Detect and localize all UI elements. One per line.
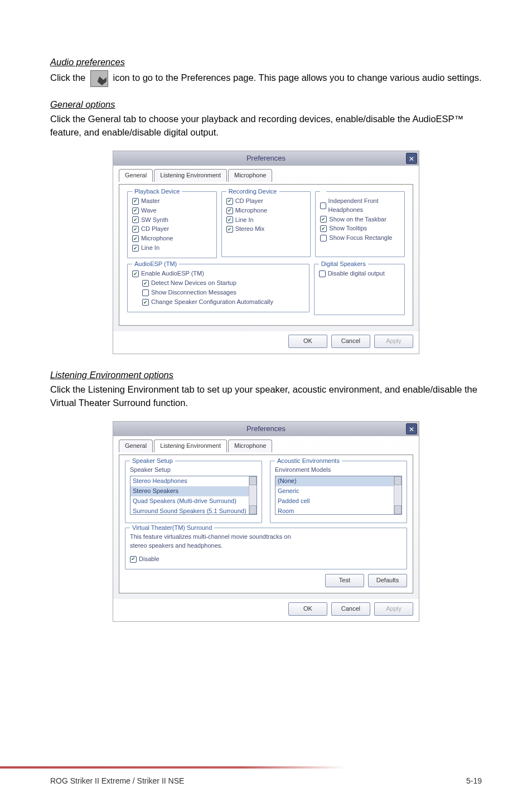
list-item[interactable]: Stereo Headphones bbox=[130, 476, 257, 486]
scrollbar[interactable] bbox=[249, 476, 257, 514]
list-item[interactable]: Stereo Speakers bbox=[130, 486, 257, 496]
list-item[interactable]: Room bbox=[275, 506, 402, 515]
footer-product-name: ROG Striker II Extreme / Striker II NSE bbox=[50, 775, 184, 786]
chk-linein[interactable] bbox=[132, 245, 139, 252]
tab-general[interactable]: General bbox=[119, 439, 153, 452]
list-item[interactable]: Padded cell bbox=[275, 496, 402, 506]
group-playback-device: Playback Device bbox=[132, 187, 182, 196]
apply-button[interactable]: Apply bbox=[374, 335, 413, 348]
cancel-button[interactable]: Cancel bbox=[331, 602, 370, 616]
text-virtual-theater-desc: This feature virtualizes multi-channel m… bbox=[130, 533, 297, 550]
chk-taskbar[interactable] bbox=[320, 216, 327, 223]
group-options-blank bbox=[320, 187, 326, 196]
group-virtual-theater: Virtual Theater(TM) Surround bbox=[130, 524, 214, 533]
list-item[interactable]: Quad Speakers (Multi-drive Surround) bbox=[130, 496, 257, 506]
label-env-models: Environment Models bbox=[275, 466, 402, 475]
scrollbar[interactable] bbox=[394, 476, 402, 514]
list-item[interactable]: Generic bbox=[275, 486, 402, 496]
paragraph-audio-prefs: Click the icon to go to the Preferences … bbox=[50, 70, 482, 87]
footer-page-number: 5-19 bbox=[466, 775, 482, 786]
chk-mic[interactable] bbox=[132, 235, 139, 242]
screenshot-preferences-listening: Preferences ✕ General Listening Environm… bbox=[113, 421, 419, 622]
label-linein: Line In bbox=[141, 244, 159, 253]
label-wave: Wave bbox=[141, 206, 157, 215]
tab-microphone[interactable]: Microphone bbox=[228, 439, 272, 452]
label-mic: Microphone bbox=[141, 234, 173, 243]
label-taskbar: Show on the Taskbar bbox=[329, 215, 386, 224]
chk-discon-messages[interactable] bbox=[142, 289, 149, 296]
chk-detect-startup[interactable] bbox=[142, 280, 149, 287]
chk-rec-stereomix[interactable] bbox=[226, 226, 233, 233]
chk-cdplayer[interactable] bbox=[132, 226, 139, 233]
screenshot-preferences-general: Preferences ✕ General Listening Environm… bbox=[113, 151, 419, 355]
list-item[interactable]: Surround Sound Speakers (5.1 Surround) bbox=[130, 506, 257, 515]
label-speaker-setup: Speaker Setup bbox=[130, 466, 257, 475]
dialog-titlebar: Preferences ✕ bbox=[113, 422, 419, 436]
ok-button[interactable]: OK bbox=[288, 602, 327, 616]
chk-rec-mic[interactable] bbox=[226, 207, 233, 214]
chk-wave[interactable] bbox=[132, 207, 139, 214]
paragraph-listening-env: Click the Listening Environment tab to s… bbox=[50, 383, 482, 410]
cancel-button[interactable]: Cancel bbox=[331, 335, 370, 348]
close-button[interactable]: ✕ bbox=[406, 153, 417, 164]
tab-microphone[interactable]: Microphone bbox=[228, 169, 272, 182]
group-digital-speakers: Digital Speakers bbox=[319, 260, 368, 269]
list-acoustic-env[interactable]: (None) Generic Padded cell Room Bathroom bbox=[275, 476, 402, 515]
tab-listening-environment[interactable]: Listening Environment bbox=[154, 439, 227, 452]
dialog-titlebar: Preferences ✕ bbox=[113, 151, 419, 166]
group-recording-device: Recording Device bbox=[226, 187, 279, 196]
dialog-title: Preferences bbox=[246, 154, 286, 162]
hammer-icon bbox=[90, 70, 108, 87]
list-item[interactable]: (None) bbox=[275, 476, 402, 486]
chk-swsynth[interactable] bbox=[132, 216, 139, 223]
chk-disable-digital-out[interactable] bbox=[319, 270, 326, 277]
ok-button[interactable]: OK bbox=[288, 335, 327, 348]
label-discon-messages: Show Disconnection Messages bbox=[151, 288, 236, 297]
chk-rec-cd[interactable] bbox=[226, 198, 233, 205]
label-rec-mic: Microphone bbox=[235, 206, 267, 215]
label-focus-rect: Show Focus Rectangle bbox=[329, 234, 392, 243]
text-icon-desc: icon to go to the Preferences page. This… bbox=[113, 73, 481, 83]
label-cd: CD Player bbox=[141, 225, 169, 234]
chk-rec-linein[interactable] bbox=[226, 216, 233, 223]
close-button[interactable]: ✕ bbox=[406, 423, 417, 434]
defaults-button[interactable]: Defaults bbox=[368, 574, 407, 587]
label-tooltips: Show Tooltips bbox=[329, 224, 367, 233]
heading-listening-env: Listening Environment options bbox=[50, 369, 482, 382]
heading-audio-preferences: Audio preferences bbox=[50, 56, 482, 69]
label-master: Master bbox=[141, 197, 160, 206]
apply-button[interactable]: Apply bbox=[374, 602, 413, 616]
label-swsynth: SW Synth bbox=[141, 216, 168, 225]
label-ind-headphones: Independent Front Headphones bbox=[328, 197, 400, 215]
paragraph-general-options: Click the General tab to choose your pla… bbox=[50, 113, 482, 139]
chk-focus-rect[interactable] bbox=[320, 235, 327, 241]
label-disable-digital-out: Disable digital output bbox=[328, 269, 385, 278]
label-rec-stereomix: Stereo Mix bbox=[235, 225, 265, 234]
group-speaker-setup: Speaker Setup bbox=[130, 457, 175, 466]
label-auto-speaker-conf: Change Speaker Configuration Automatical… bbox=[151, 298, 273, 307]
dialog-title: Preferences bbox=[246, 424, 286, 433]
label-detect-startup: Detect New Devices on Startup bbox=[151, 279, 236, 288]
group-acoustic-env: Acoustic Environments bbox=[275, 457, 342, 466]
label-rec-cd: CD Player bbox=[235, 197, 263, 206]
divider-bar bbox=[0, 766, 346, 769]
chk-auto-speaker-conf[interactable] bbox=[142, 299, 149, 306]
label-rec-linein: Line In bbox=[235, 216, 254, 225]
label-enable-audioesp: Enable AudioESP (TM) bbox=[141, 269, 204, 278]
test-button[interactable]: Test bbox=[325, 574, 364, 587]
tab-general[interactable]: General bbox=[119, 169, 153, 182]
chk-virtual-theater-disable[interactable] bbox=[130, 556, 137, 563]
tab-listening-environment[interactable]: Listening Environment bbox=[154, 169, 227, 182]
list-speaker-setup[interactable]: Stereo Headphones Stereo Speakers Quad S… bbox=[130, 476, 257, 515]
group-audioesp: AudioESP (TM) bbox=[132, 260, 179, 269]
chk-tooltips[interactable] bbox=[320, 225, 327, 232]
label-virtual-disable: Disable bbox=[139, 555, 159, 564]
chk-enable-audioesp[interactable] bbox=[132, 270, 139, 277]
text-click-the: Click the bbox=[50, 73, 85, 83]
chk-ind-headphones[interactable] bbox=[320, 202, 326, 209]
chk-master[interactable] bbox=[132, 198, 139, 205]
heading-general-options: General options bbox=[50, 98, 482, 112]
